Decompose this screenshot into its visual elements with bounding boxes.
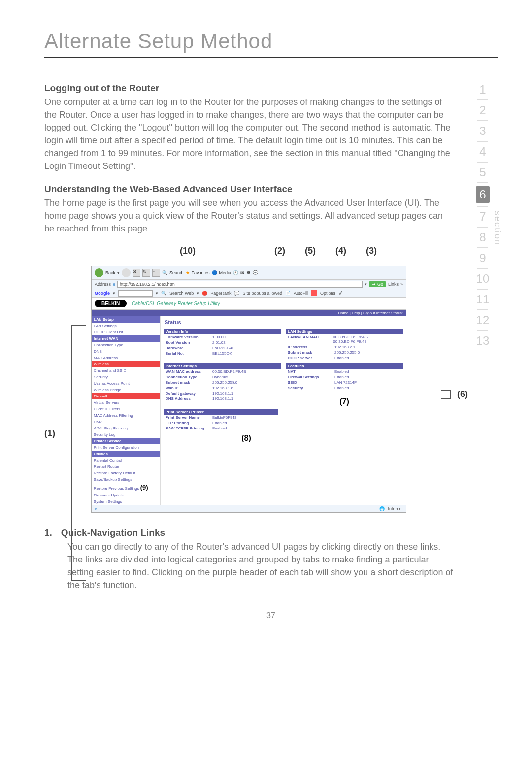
nav-mac[interactable]: MAC Address bbox=[92, 355, 160, 361]
callout-6: (6) bbox=[457, 389, 468, 399]
section-9[interactable]: 9 bbox=[479, 251, 486, 265]
forward-icon[interactable] bbox=[122, 268, 131, 277]
heading-logging-out: Logging out of the Router bbox=[44, 83, 453, 94]
hw-k: Hardware bbox=[166, 346, 212, 350]
section-8[interactable]: 8 bbox=[479, 231, 486, 244]
google-logo[interactable]: Google bbox=[95, 291, 110, 296]
nav-ss[interactable]: System Settings bbox=[92, 498, 160, 505]
callout-3: (3) bbox=[366, 246, 377, 256]
popups-label[interactable]: Site popups allowed bbox=[242, 291, 282, 296]
nav-vs[interactable]: Virtual Servers bbox=[92, 399, 160, 406]
nav-rr[interactable]: Restart Router bbox=[92, 463, 160, 470]
nav-lan-settings[interactable]: LAN Settings bbox=[92, 323, 160, 329]
back-icon[interactable] bbox=[95, 268, 103, 277]
media-icon[interactable]: 🔵 bbox=[212, 270, 217, 275]
nav-fu[interactable]: Firmware Update bbox=[92, 492, 160, 498]
section-10[interactable]: 10 bbox=[476, 272, 490, 286]
nav-wb[interactable]: Wireless Bridge bbox=[92, 387, 160, 393]
mail-icon[interactable]: ✉ bbox=[240, 270, 244, 275]
nav-sbs[interactable]: Save/Backup Settings bbox=[92, 476, 160, 483]
fw-k: Firmware Version bbox=[166, 335, 212, 339]
search-label[interactable]: Search bbox=[169, 270, 184, 275]
links-label[interactable]: Links bbox=[388, 282, 399, 287]
nav-rps[interactable]: Restore Previous Settings (9) bbox=[92, 483, 160, 492]
version-info-head: Version Info bbox=[164, 329, 281, 334]
bracket-left bbox=[71, 325, 86, 581]
list-number-1: 1. bbox=[44, 528, 52, 538]
stop-icon[interactable]: ✖ bbox=[133, 269, 140, 277]
section-12[interactable]: 12 bbox=[476, 313, 490, 327]
nav-dhcp[interactable]: DHCP Client List bbox=[92, 329, 160, 335]
nav-sec[interactable]: Security bbox=[92, 374, 160, 380]
section-4[interactable]: 4 bbox=[479, 145, 486, 159]
print-icon[interactable]: 🖶 bbox=[246, 270, 251, 275]
ssid-v: LAN 72314P bbox=[334, 380, 357, 385]
section-5[interactable]: 5 bbox=[479, 165, 486, 179]
nav-pc[interactable]: Parental Control bbox=[92, 457, 160, 463]
nat-k: NAT bbox=[288, 369, 334, 374]
utility-header-links[interactable]: Home | Help | Logout Internet Status: bbox=[92, 310, 406, 316]
google-search-input[interactable] bbox=[118, 290, 153, 297]
section-13[interactable]: 13 bbox=[476, 334, 490, 348]
news-icon[interactable]: 🔴 bbox=[202, 291, 207, 296]
nav-conn-type[interactable]: Connection Type bbox=[92, 342, 160, 348]
options-icon[interactable] bbox=[311, 290, 317, 296]
search-web-btn[interactable]: Search Web bbox=[169, 291, 194, 296]
section-2[interactable]: 2 bbox=[479, 103, 486, 117]
nav-cip[interactable]: Client IP Filters bbox=[92, 406, 160, 412]
popup-icon[interactable]: 💬 bbox=[234, 291, 239, 296]
back-button[interactable]: Back bbox=[105, 270, 115, 275]
heading-understanding: Understanding the Web-Based Advanced Use… bbox=[44, 184, 453, 195]
feat-fw-v: Enabled bbox=[334, 375, 349, 379]
nav-wireless[interactable]: Wireless bbox=[92, 361, 160, 367]
section-7[interactable]: 7 bbox=[479, 210, 486, 224]
nav-macf[interactable]: MAC Address Filtering bbox=[92, 412, 160, 419]
nav-dmz[interactable]: DMZ bbox=[92, 419, 160, 425]
history-icon[interactable]: 🕘 bbox=[233, 270, 238, 275]
nav-chan[interactable]: Channel and SSID bbox=[92, 367, 160, 374]
callout-8: (8) bbox=[90, 434, 403, 443]
status-pane: Status Version Info Firmware Version1.00… bbox=[161, 316, 406, 505]
nav-wpb[interactable]: WAN Ping Blocking bbox=[92, 425, 160, 431]
search-icon[interactable]: 🔍 bbox=[162, 270, 167, 275]
refresh-icon[interactable]: ↻ bbox=[142, 269, 150, 277]
status-title: Status bbox=[165, 319, 403, 325]
media-label[interactable]: Media bbox=[219, 270, 232, 275]
nav-psc[interactable]: Print Server Configuration bbox=[92, 444, 160, 451]
section-1[interactable]: 1 bbox=[479, 83, 486, 97]
nav-rfd[interactable]: Restore Factory Default bbox=[92, 470, 160, 476]
home-icon[interactable]: ⌂ bbox=[152, 269, 160, 277]
go-button[interactable]: ➜ Go bbox=[369, 281, 386, 287]
autofill-label[interactable]: AutoFill bbox=[294, 291, 308, 296]
discuss-icon[interactable]: 💬 bbox=[253, 270, 258, 275]
raw-k: RAW TCP/IP Printing bbox=[166, 426, 212, 430]
ism-v: 255.255.255.0 bbox=[212, 380, 237, 385]
ftp-v: Enabled bbox=[212, 421, 227, 425]
nav-utilities[interactable]: Utilities bbox=[92, 451, 160, 457]
ie-icon: e bbox=[113, 282, 115, 287]
dg-k: Default gateway bbox=[166, 391, 212, 396]
address-input[interactable]: http://192.168.2.1/index.html bbox=[117, 281, 363, 288]
dg-v: 192.168.1.1 bbox=[212, 391, 233, 396]
section-3[interactable]: 3 bbox=[479, 124, 486, 138]
nav-dns[interactable]: DNS bbox=[92, 348, 160, 355]
highlighter-icon[interactable]: 🖊 bbox=[338, 291, 343, 296]
nav-internet-wan[interactable]: Internet WAN bbox=[92, 335, 160, 342]
section-6-active[interactable]: 6 bbox=[476, 186, 490, 203]
nav-lan-setup[interactable]: LAN Setup bbox=[92, 316, 160, 323]
bv-k: Boot Version bbox=[166, 340, 212, 345]
dn-k: DNS Address bbox=[166, 396, 212, 401]
autofill-icon[interactable]: 📄 bbox=[285, 291, 291, 296]
dn-v: 192.168.1.1 bbox=[212, 396, 233, 401]
favorites-icon[interactable]: ★ bbox=[186, 270, 190, 275]
nav-firewall[interactable]: Firewall bbox=[92, 393, 160, 399]
favorites-label[interactable]: Favorites bbox=[192, 270, 210, 275]
options-label[interactable]: Options bbox=[320, 291, 335, 296]
section-11[interactable]: 11 bbox=[476, 293, 490, 306]
internet-settings-head: Internet Settings bbox=[164, 363, 281, 369]
divider bbox=[44, 57, 498, 58]
lan-dh-v: Enabled bbox=[334, 356, 349, 360]
nav-uap[interactable]: Use as Access Point bbox=[92, 380, 160, 387]
search-web-icon[interactable]: 🔍 bbox=[161, 291, 166, 296]
lan-settings-head: LAN Settings bbox=[286, 329, 403, 334]
